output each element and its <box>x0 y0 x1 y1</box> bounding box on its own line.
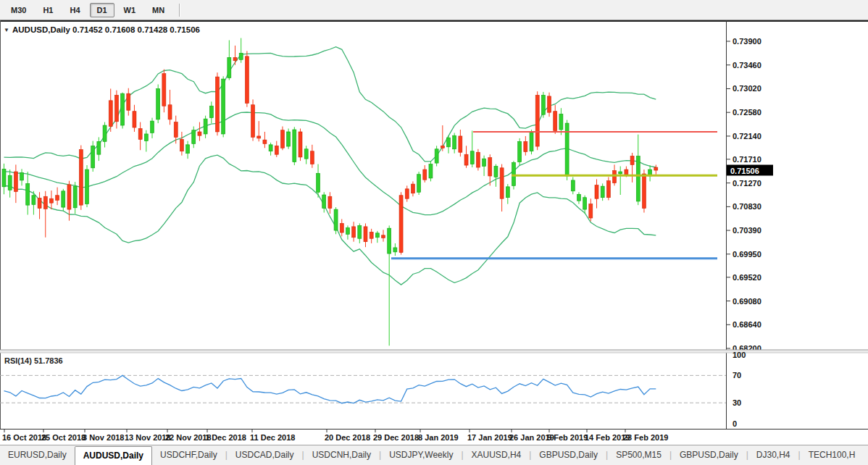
candle-body <box>168 105 172 120</box>
candle-body <box>215 77 219 132</box>
candle-body <box>245 56 249 104</box>
tf-button-mn[interactable]: MN <box>145 3 172 17</box>
symbol-tab-tech100-h[interactable]: TECH100,H <box>801 445 864 465</box>
candle-body <box>411 184 414 193</box>
candle-body <box>464 154 468 165</box>
tf-button-h1[interactable]: H1 <box>36 3 60 17</box>
date-axis-label: 16 Oct 2018 <box>2 433 46 442</box>
candle-body <box>613 171 617 183</box>
candle-body <box>114 95 118 121</box>
date-axis-label: 20 Dec 2018 <box>325 433 370 442</box>
date-axis-label: 3 Nov 2018 <box>83 433 124 442</box>
candle-body <box>476 152 480 167</box>
candle-body <box>263 140 267 143</box>
price-axis-label: 0.70390 <box>733 226 761 235</box>
tf-button-d1[interactable]: D1 <box>90 3 114 17</box>
candle-body <box>589 204 593 218</box>
date-axis-label: 1 Dec 2018 <box>205 433 246 442</box>
tab-scroll-arrows: ◄► <box>863 445 868 465</box>
rsi-axis-label: 30 <box>733 398 741 407</box>
candle-body <box>548 96 551 112</box>
candle-body <box>346 227 349 234</box>
tf-button-w1[interactable]: W1 <box>117 3 143 17</box>
candle-body <box>393 248 397 252</box>
candle-body <box>56 196 59 201</box>
candle-body <box>14 172 17 192</box>
candle-body <box>435 149 438 163</box>
symbol-tab-gbpusd-daily[interactable]: GBPUSD,Daily <box>531 445 606 465</box>
candle-body <box>512 162 515 185</box>
tf-button-h4[interactable]: H4 <box>62 3 87 17</box>
candle-body <box>228 57 231 78</box>
candle-body <box>109 101 112 127</box>
candle-body <box>204 119 207 134</box>
candle-body <box>133 112 136 127</box>
candle-body <box>619 172 622 174</box>
symbol-tab-usdchf-daily[interactable]: USDCHF,Daily <box>152 445 225 465</box>
price-axis-label: 0.73020 <box>733 84 761 93</box>
symbol-tab-usdjpy-weekly[interactable]: USDJPY,Weekly <box>381 445 461 465</box>
symbol-tab-usdcad-daily[interactable]: USDCAD,Daily <box>228 445 302 465</box>
symbol-tab-gbpusd-daily[interactable]: GBPUSD,Daily <box>672 445 746 465</box>
symbol-tab-audusd-daily[interactable]: AUDUSD,Daily <box>75 446 152 465</box>
candle-body <box>535 95 539 146</box>
candle-body <box>423 169 427 180</box>
symbol-tab-dj30-h4[interactable]: DJ30,H4 <box>748 445 798 465</box>
candle-body <box>577 194 580 201</box>
candle-body <box>280 130 284 148</box>
candle-body <box>233 57 237 60</box>
candle-body <box>8 175 12 190</box>
candle-body <box>103 125 107 141</box>
date-axis-label: 23 Feb 2019 <box>623 433 668 442</box>
tf-button-m30[interactable]: M30 <box>4 3 33 17</box>
symbol-tab-bar: EURUSD,DailyAUDUSD,DailyUSDCHF,Daily|USD… <box>0 445 868 465</box>
candle-body <box>269 145 272 151</box>
candle-body <box>375 233 379 238</box>
price-axis-label: 0.69080 <box>733 297 761 306</box>
candle-body <box>257 136 261 138</box>
current-price-badge: 0.71506 <box>727 165 773 176</box>
candle-body <box>304 149 308 159</box>
candle-body <box>459 136 462 152</box>
candle-body <box>447 138 451 147</box>
candle-body <box>518 141 522 162</box>
candle-body <box>32 196 36 205</box>
symbol-tab-xauusd-h4[interactable]: XAUUSD,H4 <box>464 445 530 465</box>
symbol-dropdown-icon[interactable]: ▼ <box>4 27 9 33</box>
candle-body <box>85 169 89 204</box>
candle-body <box>500 168 504 198</box>
date-axis-label: 8 Jan 2019 <box>418 433 459 442</box>
candle-body <box>483 159 486 166</box>
candle-body <box>317 173 320 192</box>
candle-body <box>334 209 338 230</box>
candle-body <box>559 114 563 130</box>
candle-body <box>43 196 47 209</box>
candle-body <box>162 74 166 106</box>
date-axis-label: 13 Nov 2018 <box>125 433 171 442</box>
rsi-label: RSI(14) 51.7836 <box>4 356 63 365</box>
candle-body <box>642 174 646 209</box>
symbol-tab-usdcnh-daily[interactable]: USDCNH,Daily <box>304 445 379 465</box>
candle-body <box>144 134 148 141</box>
price-axis-label: 0.68640 <box>733 320 761 329</box>
candle-body <box>554 112 557 131</box>
candle-body <box>62 191 65 207</box>
candle-body <box>192 130 196 144</box>
rsi-axis-label: 0 <box>733 419 737 428</box>
candle-body <box>506 187 509 198</box>
candle-body <box>121 93 125 125</box>
candle-body <box>20 173 24 180</box>
price-axis-label: 0.73460 <box>733 61 761 70</box>
price-axis-label: 0.72580 <box>733 108 761 117</box>
candle-body <box>222 79 225 134</box>
candle-body <box>209 106 213 117</box>
candle-body <box>157 88 160 119</box>
candle-body <box>429 164 433 178</box>
candle-body <box>595 185 598 199</box>
candle-body <box>127 93 130 110</box>
symbol-tab-sp500-m15[interactable]: SP500,M15 <box>608 445 669 465</box>
chart-area: 0.739000.734600.730200.725800.721400.717… <box>0 20 868 445</box>
mt4-window: M30H1H4D1W1MN 0.739000.734600.730200.725… <box>0 0 868 465</box>
price-axis-label: 0.71710 <box>733 155 761 164</box>
symbol-tab-eurusd-daily[interactable]: EURUSD,Daily <box>0 445 75 465</box>
